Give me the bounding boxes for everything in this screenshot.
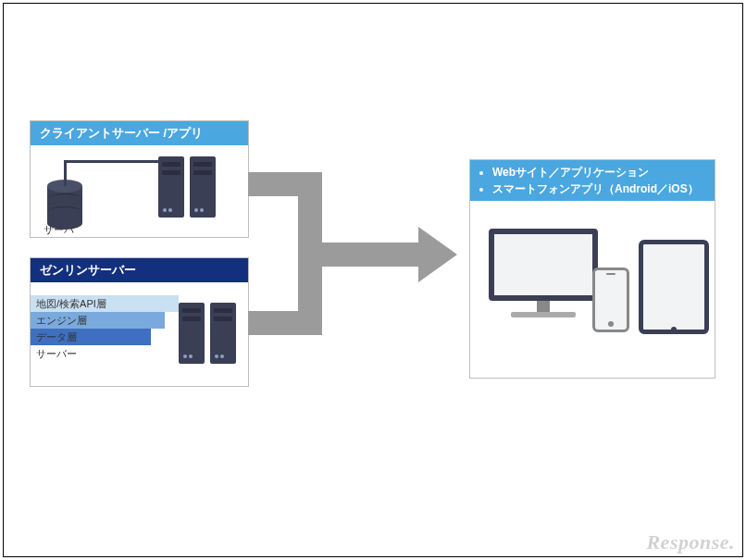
zenrin-server-panel-title: ゼンリンサーバー [31, 258, 248, 282]
desktop-monitor-icon [489, 229, 598, 317]
database-label: サーバ [44, 223, 74, 237]
layer-server: サーバー [31, 345, 137, 362]
client-server-panel-title: クライアントサーバー /アプリ [31, 121, 248, 145]
watermark-text: Response. [646, 530, 735, 554]
output-panel-header: Webサイト／アプリケーション スマートフォンアプリ（Android／iOS） [470, 160, 715, 201]
connector-line [64, 160, 164, 163]
zenrin-server-panel-body: 地図/検索API層 エンジン層 データ層 サーバー [31, 282, 248, 385]
client-server-panel-body: サーバ [31, 145, 248, 236]
client-server-panel: クライアントサーバー /アプリ サーバ [30, 120, 249, 238]
arrow-segment [298, 243, 418, 267]
layer-data: データ層 [31, 329, 151, 345]
database-icon [47, 184, 82, 225]
server-icon [210, 303, 236, 364]
output-bullet-app: スマートフォンアプリ（Android／iOS） [492, 180, 705, 197]
layer-api: 地図/検索API層 [31, 295, 179, 312]
zenrin-server-panel: ゼンリンサーバー 地図/検索API層 エンジン層 データ層 サーバー [30, 257, 249, 387]
arrow-head-icon [418, 227, 457, 282]
server-icon [190, 156, 216, 218]
tablet-icon [639, 240, 709, 334]
output-panel-body [470, 201, 715, 377]
output-bullet-web: Webサイト／アプリケーション [492, 164, 705, 180]
server-icon [158, 156, 184, 218]
server-icon [179, 303, 205, 364]
connector-line [64, 160, 67, 186]
output-panel: Webサイト／アプリケーション スマートフォンアプリ（Android／iOS） [469, 159, 715, 379]
smartphone-icon [592, 268, 629, 332]
layer-engine: エンジン層 [31, 312, 165, 329]
